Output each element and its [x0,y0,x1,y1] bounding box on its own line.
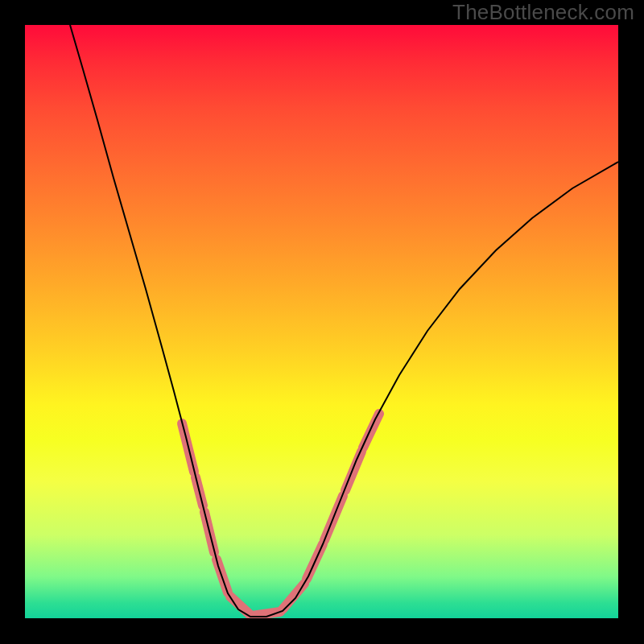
highlight-segment [345,452,361,490]
highlight-segment [363,414,379,448]
chart-plot-area [25,25,618,618]
chart-svg [25,25,618,618]
highlighted-segments-group [182,414,379,616]
highlight-segment [230,597,250,615]
bottleneck-curve-path [70,25,618,617]
watermark-text: TheBottleneck.com [452,0,634,25]
